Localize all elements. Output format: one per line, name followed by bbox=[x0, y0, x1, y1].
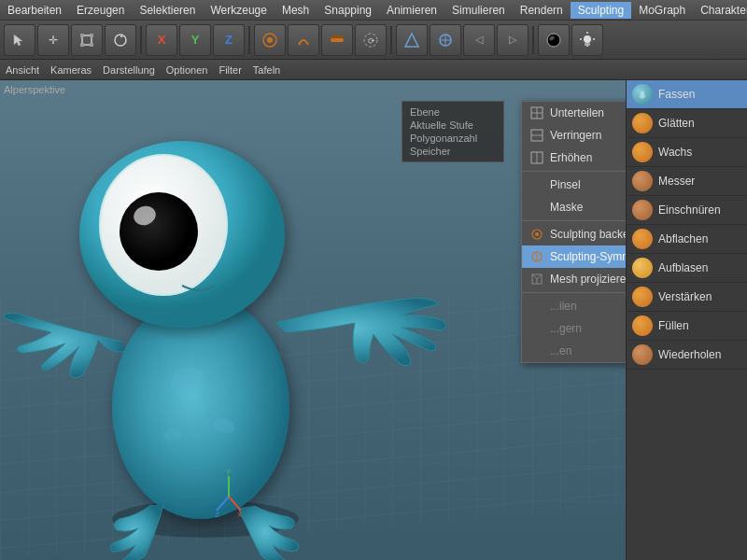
menu-mograph[interactable]: MoGraph bbox=[631, 2, 693, 19]
toolbar-separator-3 bbox=[390, 26, 392, 54]
tool-btn-render[interactable] bbox=[538, 24, 570, 56]
menu-item-extra-1[interactable]: ...ilen bbox=[522, 295, 626, 317]
tool-fassen[interactable]: Fassen bbox=[627, 80, 747, 109]
menu-rendern[interactable]: Rendern bbox=[513, 2, 571, 19]
menu-item-mesh-projizieren[interactable]: Mesh projizieren bbox=[522, 268, 626, 290]
svg-rect-2 bbox=[80, 34, 84, 37]
tool-verstaerken-label: Verstärken bbox=[658, 290, 712, 303]
svg-marker-12 bbox=[405, 34, 418, 47]
tool-verstaerken[interactable]: Verstärken bbox=[627, 283, 747, 312]
menu-item-extra-3[interactable]: ...en bbox=[522, 340, 626, 362]
axis-indicator: X Y Z bbox=[215, 469, 243, 527]
tool-btn-light[interactable] bbox=[571, 24, 603, 56]
dropdown-menu: Unterteilen Verringern Erhöhen bbox=[521, 101, 626, 363]
svg-point-55 bbox=[535, 232, 539, 236]
tb2-ansicht[interactable]: Ansicht bbox=[6, 64, 39, 76]
tool-glaetten-label: Glätten bbox=[658, 117, 695, 130]
toolbar-separator-2 bbox=[248, 26, 250, 54]
svg-line-41 bbox=[229, 497, 241, 511]
tool-btn-8[interactable]: ⟳ bbox=[355, 24, 387, 56]
toolbar: ✛ X Y Z bbox=[0, 21, 747, 60]
tool-einschnueren[interactable]: Einschnüren bbox=[627, 196, 747, 225]
menu-erzeugen[interactable]: Erzeugen bbox=[69, 2, 132, 19]
tb2-optionen[interactable]: Optionen bbox=[166, 64, 208, 76]
tool-glaetten[interactable]: Glätten bbox=[627, 109, 747, 138]
svg-text:⟳: ⟳ bbox=[368, 36, 375, 46]
tool-btn-7[interactable] bbox=[321, 24, 353, 56]
dropdown-separator-2 bbox=[522, 220, 626, 221]
toolbar-separator-4 bbox=[532, 26, 534, 54]
tool-fuellen-label: Füllen bbox=[658, 319, 689, 332]
abflachen-icon bbox=[632, 229, 653, 249]
fuellen-icon bbox=[632, 315, 653, 336]
menu-snapping[interactable]: Snapping bbox=[317, 2, 379, 19]
fassen-icon bbox=[632, 84, 653, 105]
tool-btn-9[interactable] bbox=[396, 24, 428, 56]
menu-werkzeuge[interactable]: Werkzeuge bbox=[203, 2, 274, 19]
tool-wachs[interactable]: Wachs bbox=[627, 138, 747, 167]
menu-charakter[interactable]: Charakter bbox=[693, 2, 747, 19]
viewport-3d[interactable]: Alperspektive bbox=[0, 80, 626, 560]
menu-animieren[interactable]: Animieren bbox=[379, 2, 444, 19]
tool-messer-label: Messer bbox=[658, 175, 695, 188]
axis-y-button[interactable]: Y bbox=[179, 24, 211, 56]
tool-wiederholen[interactable]: Wiederholen bbox=[627, 341, 747, 370]
menubar: Bearbeiten Erzeugen Selektieren Werkzeug… bbox=[0, 0, 747, 21]
sculpting-symmetrie-icon bbox=[529, 249, 544, 264]
menu-item-maske[interactable]: Maske ▶ bbox=[522, 196, 626, 218]
prop-label-polygonanzahl: Polygonanzahl bbox=[410, 133, 477, 144]
tool-btn-5[interactable] bbox=[254, 24, 286, 56]
tool-messer[interactable]: Messer bbox=[627, 167, 747, 196]
toolbar-separator-1 bbox=[140, 26, 142, 54]
tool-aufblasen[interactable]: Aufblasen bbox=[627, 254, 747, 283]
menu-item-sculpting-symmetrie[interactable]: Sculpting-Symmetrie bbox=[522, 245, 626, 268]
tool-aufblasen-label: Aufblasen bbox=[658, 261, 708, 274]
menu-mesh[interactable]: Mesh bbox=[275, 2, 317, 19]
verringern-icon bbox=[529, 128, 544, 143]
tool-btn-10[interactable] bbox=[430, 24, 461, 56]
maske-icon bbox=[529, 200, 544, 215]
menu-item-erhoehen[interactable]: Erhöhen bbox=[522, 147, 626, 169]
axis-x-button[interactable]: X bbox=[146, 24, 177, 56]
rotate-tool-button[interactable] bbox=[105, 24, 136, 56]
menu-item-unterteilen[interactable]: Unterteilen bbox=[522, 102, 626, 124]
axis-z-button[interactable]: Z bbox=[213, 24, 245, 56]
svg-point-31 bbox=[112, 295, 289, 519]
menu-item-extra-2[interactable]: ...gern bbox=[522, 317, 626, 340]
menu-sculpting[interactable]: Sculpting bbox=[571, 2, 631, 19]
tb2-kameras[interactable]: Kameras bbox=[50, 64, 92, 76]
menu-item-sculpting-backen[interactable]: Sculpting backen bbox=[522, 223, 626, 245]
wachs-icon bbox=[632, 142, 653, 162]
tool-btn-6[interactable] bbox=[288, 24, 319, 56]
toolbar2: Ansicht Kameras Darstellung Optionen Fil… bbox=[0, 60, 747, 80]
tb2-tafeln[interactable]: Tafeln bbox=[253, 64, 280, 76]
menu-selektieren[interactable]: Selektieren bbox=[132, 2, 203, 19]
aufblasen-icon bbox=[632, 258, 653, 278]
tool-abflachen[interactable]: Abflachen bbox=[627, 225, 747, 254]
select-tool-button[interactable] bbox=[4, 24, 35, 56]
tool-fuellen[interactable]: Füllen bbox=[627, 312, 747, 341]
menu-item-verringern[interactable]: Verringern bbox=[522, 124, 626, 147]
glaetten-icon bbox=[632, 113, 653, 133]
scale-tool-button[interactable] bbox=[71, 24, 103, 56]
move-tool-button[interactable]: ✛ bbox=[37, 24, 69, 56]
svg-text:X: X bbox=[237, 511, 243, 519]
menu-bearbeiten[interactable]: Bearbeiten bbox=[0, 2, 69, 19]
tb2-darstellung[interactable]: Darstellung bbox=[103, 64, 155, 76]
unterteilen-icon bbox=[529, 105, 544, 120]
tool-einschnueren-label: Einschnüren bbox=[658, 203, 721, 217]
dropdown-separator-3 bbox=[522, 292, 626, 293]
menu-item-pinsel[interactable]: Pinsel ▶ bbox=[522, 174, 626, 196]
tool-btn-12[interactable]: ▷ bbox=[497, 24, 529, 56]
menu-simulieren[interactable]: Simulieren bbox=[444, 2, 513, 19]
viewport-area: Alperspektive bbox=[0, 80, 747, 560]
tool-btn-11[interactable]: ◁ bbox=[463, 24, 495, 56]
pinsel-icon bbox=[529, 177, 544, 192]
tb2-filter[interactable]: Filter bbox=[218, 64, 241, 76]
svg-point-19 bbox=[584, 35, 591, 43]
dropdown-separator-1 bbox=[522, 171, 626, 172]
sculpting-backen-icon bbox=[529, 227, 544, 242]
prop-label-ebene: Ebene bbox=[410, 106, 440, 118]
svg-rect-3 bbox=[90, 34, 93, 37]
einschnueren-icon bbox=[632, 200, 653, 220]
